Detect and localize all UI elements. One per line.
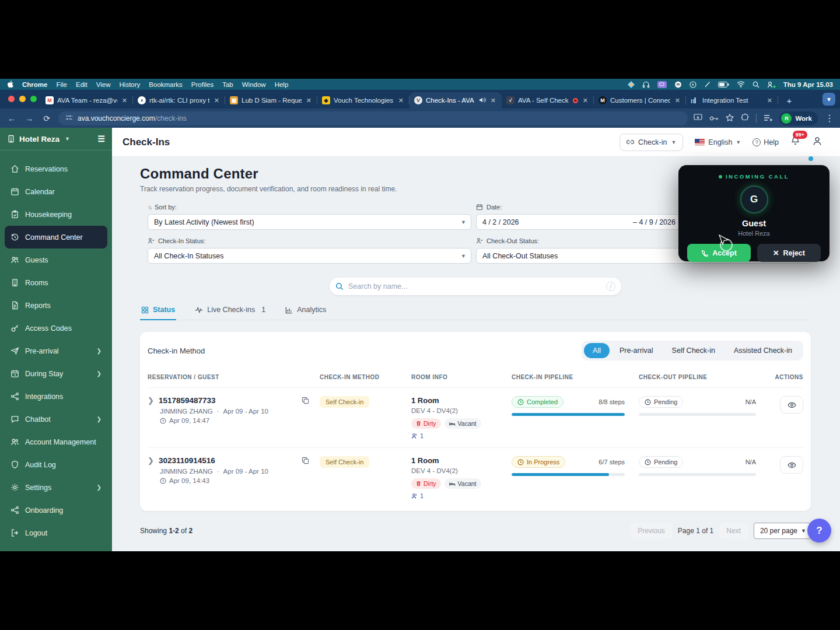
tab-customers-connector[interactable]: M Customers | Connector A ✕ [594, 92, 686, 108]
expand-row-icon[interactable]: ❯ [148, 456, 154, 465]
next-page-button[interactable]: Next [719, 523, 748, 539]
sidebar-item-onboarding[interactable]: Onboarding [5, 499, 107, 522]
menubar-item-history[interactable]: History [120, 81, 141, 88]
color-diamond-icon[interactable] [628, 81, 635, 88]
profile-chip[interactable]: R Work [779, 111, 818, 125]
address-bar[interactable]: ava.vouchconcierge.com/check-ins [58, 111, 688, 125]
view-details-button[interactable] [780, 456, 803, 474]
hotel-switcher[interactable]: Hotel Reza ▼ ☰ [0, 128, 112, 150]
close-tab-icon[interactable]: ✕ [305, 97, 313, 104]
close-tab-icon[interactable]: ✕ [397, 97, 405, 104]
sidebar-item-audit-log[interactable]: Audit Log [5, 453, 107, 476]
sidebar-item-rooms[interactable]: Rooms [5, 271, 107, 294]
sidebar-item-logout[interactable]: Logout [5, 522, 107, 544]
tab-lubd[interactable]: ▤ Lub D Siam - Request - ✕ [225, 92, 317, 108]
sort-select[interactable]: By Latest Activity (Newest first)▼ [148, 214, 471, 230]
spotlight-search-icon[interactable] [752, 81, 760, 88]
per-page-select[interactable]: 20 per page▼ [754, 523, 811, 539]
checkin-mode-dropdown[interactable]: Check-in ▼ [620, 134, 683, 151]
menubar-item-help[interactable]: Help [275, 81, 289, 88]
forward-button[interactable]: → [23, 114, 35, 123]
tab-analytics[interactable]: Analytics [284, 306, 327, 320]
sidebar-item-access-codes[interactable]: Access Codes [5, 317, 107, 340]
wifi-icon[interactable] [737, 81, 745, 88]
minimize-window-button[interactable] [19, 96, 26, 102]
close-tab-icon[interactable]: ✕ [489, 97, 497, 104]
sidebar-item-integrations[interactable]: Integrations [5, 385, 107, 408]
tab-status[interactable]: Status [140, 306, 176, 320]
menubar-item-view[interactable]: View [96, 81, 111, 88]
search-bar[interactable]: Search by name... / [330, 278, 621, 295]
menubar-item-edit[interactable]: Edit [76, 81, 88, 88]
battery-icon[interactable] [718, 82, 729, 88]
sidebar-item-settings[interactable]: Settings ❯ [5, 476, 107, 499]
close-tab-icon[interactable]: ✕ [121, 97, 128, 104]
sidebar-item-calendar[interactable]: Calendar [5, 180, 107, 203]
close-window-button[interactable] [8, 96, 15, 102]
menubar-item-profiles[interactable]: Profiles [191, 81, 214, 88]
tab-self-check-in[interactable]: √ AVA - Self Check In ✕ [502, 92, 594, 108]
sidebar-item-pre-arrival[interactable]: Pre-arrival ❯ [5, 340, 107, 362]
language-dropdown[interactable]: English ▼ [695, 138, 741, 146]
menubar-item-window[interactable]: Window [242, 81, 266, 88]
sidebar-item-housekeeping[interactable]: Housekeeping [5, 203, 107, 226]
tab-integration-test[interactable]: ||▎ Integration Test ✕ [686, 92, 778, 108]
reading-list-icon[interactable] [764, 113, 772, 124]
tab-search-chevron-button[interactable]: ▼ [822, 93, 835, 106]
reload-button[interactable]: ⟳ [41, 114, 52, 123]
menubar-item-chrome[interactable]: Chrome [22, 81, 47, 88]
copy-icon[interactable] [302, 456, 309, 467]
menubar-clock[interactable]: Thu 9 Apr 15.03 [783, 81, 833, 88]
help-fab[interactable]: ? [807, 519, 831, 542]
menubar-item-tab[interactable]: Tab [222, 81, 233, 88]
zoom-window-button[interactable] [30, 96, 37, 102]
help-button[interactable]: ? Help [752, 138, 779, 146]
back-button[interactable]: ← [6, 114, 18, 123]
headphones-icon[interactable] [642, 81, 650, 88]
sidebar-item-reservations[interactable]: Reservations [5, 158, 107, 180]
close-tab-icon[interactable]: ✕ [213, 97, 220, 104]
password-manager-icon[interactable] [709, 113, 719, 124]
notifications-button[interactable]: 99+ [790, 136, 800, 148]
menubar-item-file[interactable]: File [56, 81, 67, 88]
method-assisted[interactable]: Assisted Check-in [725, 343, 801, 358]
close-tab-icon[interactable]: ✕ [674, 97, 681, 104]
copy-icon[interactable] [302, 396, 309, 407]
menubar-item-bookmarks[interactable]: Bookmarks [149, 81, 183, 88]
expand-row-icon[interactable]: ❯ [148, 396, 154, 405]
site-settings-icon[interactable] [65, 114, 73, 123]
bookmark-star-icon[interactable] [726, 113, 734, 124]
sidebar-item-during-stay[interactable]: During Stay ❯ [5, 362, 107, 385]
method-self-check-in[interactable]: Self Check-in [663, 343, 724, 358]
sidebar-item-command-center[interactable]: Command Center [5, 226, 107, 249]
display-chip-icon[interactable] [657, 81, 667, 88]
sidebar-item-reports[interactable]: Reports [5, 294, 107, 317]
tab-live-check-ins[interactable]: Live Check-ins 1 [194, 306, 267, 320]
tab-ava-team[interactable]: M AVA Team - reza@vouch ✕ [41, 92, 133, 108]
method-pre-arrival[interactable]: Pre-arrival [611, 343, 662, 358]
extensions-icon[interactable] [741, 113, 749, 124]
user-switch-icon[interactable] [767, 81, 776, 88]
close-tab-icon[interactable]: ✕ [582, 97, 589, 104]
chrome-menu-icon[interactable]: ⋮ [825, 113, 834, 124]
tab-vouch-tech[interactable]: ◆ Vouch Technologies Parti ✕ [317, 92, 410, 108]
profile-button[interactable] [812, 136, 822, 149]
method-all[interactable]: All [584, 343, 610, 358]
close-tab-icon[interactable]: ✕ [766, 97, 774, 104]
docker-icon[interactable] [674, 81, 682, 88]
checkin-status-select[interactable]: All Check-In Statuses▼ [148, 248, 471, 264]
pencil-icon[interactable] [704, 81, 710, 88]
new-tab-button[interactable]: + [782, 93, 797, 108]
apple-logo-icon[interactable] [7, 80, 13, 88]
tab-audio-icon[interactable] [479, 97, 486, 104]
install-app-icon[interactable] [694, 113, 702, 124]
tab-rtk[interactable]: ◖ rtk-ai/rtk: CLI proxy that ✕ [133, 92, 225, 108]
reject-call-button[interactable]: ✕ Reject [757, 244, 821, 262]
sidebar-item-account-management[interactable]: Account Management [5, 430, 107, 453]
tab-check-ins-active[interactable]: V Check-Ins - AVA by V ✕ [410, 92, 502, 108]
view-details-button[interactable] [780, 396, 803, 414]
sidebar-toggle-icon[interactable]: ☰ [97, 134, 105, 144]
sidebar-item-guests[interactable]: Guests [5, 249, 107, 271]
play-circle-icon[interactable] [690, 81, 696, 88]
previous-page-button[interactable]: Previous [631, 523, 672, 539]
